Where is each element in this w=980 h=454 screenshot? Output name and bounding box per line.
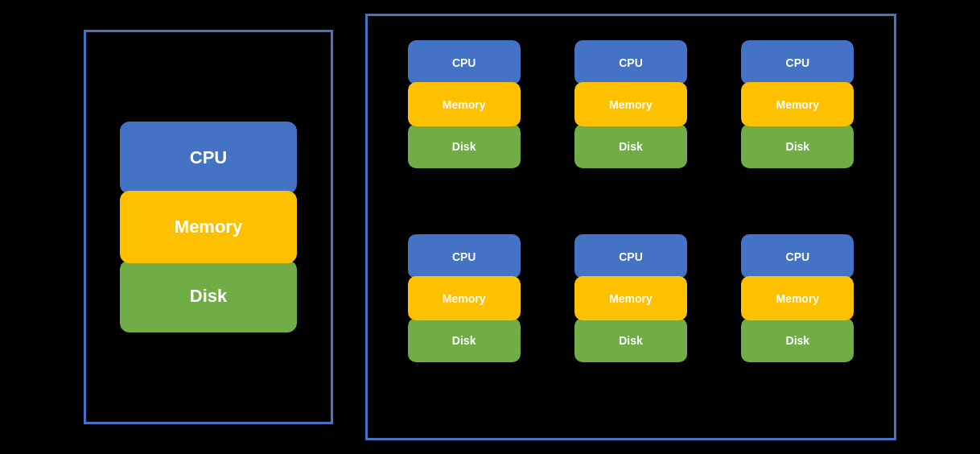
machine6-cpu-block: CPU bbox=[741, 234, 854, 279]
machine5-disk-block: Disk bbox=[574, 318, 687, 362]
machine3-memory-block: Memory bbox=[741, 82, 854, 126]
machine-unit-3: CPU Memory Disk bbox=[722, 40, 874, 220]
machine4-memory-label: Memory bbox=[443, 292, 486, 305]
machine1-memory-label: Memory bbox=[443, 98, 486, 111]
machine-unit-4: CPU Memory Disk bbox=[388, 234, 540, 414]
machine5-memory-label: Memory bbox=[609, 292, 653, 305]
machine-unit-2: CPU Memory Disk bbox=[554, 40, 706, 220]
machine5-cpu-block: CPU bbox=[574, 234, 687, 279]
machine3-cpu-block: CPU bbox=[741, 40, 854, 85]
machine1-memory-block: Memory bbox=[408, 82, 521, 126]
machine6-memory-label: Memory bbox=[776, 292, 819, 305]
single-cpu-label: CPU bbox=[190, 147, 227, 168]
machine3-disk-block: Disk bbox=[741, 124, 854, 168]
machine2-cpu-block: CPU bbox=[574, 40, 687, 85]
machine4-disk-label: Disk bbox=[452, 334, 476, 347]
single-machine-box: CPU Memory Disk bbox=[84, 30, 333, 424]
machine-unit-6: CPU Memory Disk bbox=[722, 234, 874, 414]
machine1-cpu-block: CPU bbox=[408, 40, 521, 85]
single-disk-block: Disk bbox=[120, 260, 297, 332]
machine3-memory-label: Memory bbox=[776, 98, 819, 111]
machine6-memory-block: Memory bbox=[741, 276, 854, 320]
single-memory-label: Memory bbox=[175, 217, 242, 237]
machine2-disk-label: Disk bbox=[619, 140, 643, 153]
machine-unit-1: CPU Memory Disk bbox=[388, 40, 540, 220]
multi-machine-box: CPU Memory Disk CPU Memory Disk CPU bbox=[365, 14, 896, 440]
machine-unit-5: CPU Memory Disk bbox=[554, 234, 706, 414]
machine3-disk-label: Disk bbox=[786, 140, 810, 153]
machine6-disk-block: Disk bbox=[741, 318, 854, 362]
single-cpu-block: CPU bbox=[120, 122, 297, 194]
main-layout: CPU Memory Disk CPU Memory Disk bbox=[68, 0, 912, 454]
machine4-cpu-block: CPU bbox=[408, 234, 521, 279]
machine1-disk-block: Disk bbox=[408, 124, 521, 168]
machine2-memory-label: Memory bbox=[609, 98, 653, 111]
machine4-disk-block: Disk bbox=[408, 318, 521, 362]
single-machine-unit: CPU Memory Disk bbox=[120, 122, 297, 332]
machine4-memory-block: Memory bbox=[408, 276, 521, 320]
machine4-cpu-label: CPU bbox=[452, 250, 476, 263]
machine2-cpu-label: CPU bbox=[619, 56, 643, 69]
machine1-cpu-label: CPU bbox=[452, 56, 476, 69]
machine5-cpu-label: CPU bbox=[619, 250, 643, 263]
single-disk-label: Disk bbox=[190, 286, 227, 307]
machine1-disk-label: Disk bbox=[452, 140, 476, 153]
machine2-memory-block: Memory bbox=[574, 82, 687, 126]
machine6-disk-label: Disk bbox=[786, 334, 810, 347]
machine5-memory-block: Memory bbox=[574, 276, 687, 320]
single-memory-block: Memory bbox=[120, 191, 297, 263]
machine3-cpu-label: CPU bbox=[786, 56, 810, 69]
machine2-disk-block: Disk bbox=[574, 124, 687, 168]
machine6-cpu-label: CPU bbox=[786, 250, 810, 263]
machine5-disk-label: Disk bbox=[619, 334, 643, 347]
